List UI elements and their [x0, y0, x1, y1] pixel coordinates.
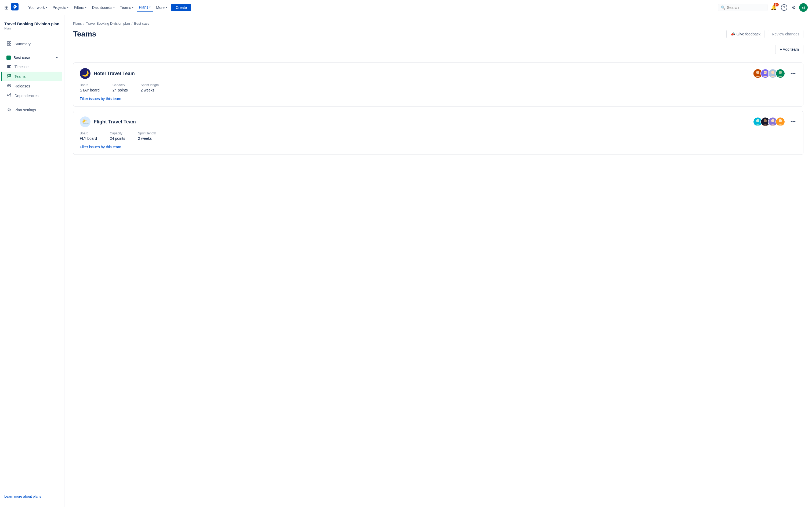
svg-point-10	[9, 85, 10, 86]
nav-dashboards-chevron: ▾	[113, 6, 115, 9]
hotel-board-group: Board STAY board	[80, 83, 100, 92]
dependencies-icon	[6, 93, 12, 99]
breadcrumb: Plans / Travel Booking Division plan / B…	[73, 21, 803, 25]
nav-teams[interactable]: Teams ▾	[118, 4, 136, 11]
search-input[interactable]	[727, 5, 764, 10]
nav-more[interactable]: More ▾	[154, 4, 169, 11]
nav-more-label: More	[156, 5, 165, 10]
svg-rect-7	[7, 67, 10, 68]
breadcrumb-sep-2: /	[132, 21, 133, 25]
flight-board-value: FLY board	[80, 136, 97, 140]
svg-point-19	[771, 71, 774, 74]
hotel-title-group: 🌙 Hotel Travel Team	[80, 68, 135, 79]
hotel-team-icon: 🌙	[80, 68, 91, 79]
svg-rect-4	[9, 44, 11, 45]
nav-plans[interactable]: Plans ▾	[137, 3, 153, 11]
sidebar-item-timeline[interactable]: Timeline	[2, 62, 62, 72]
brand-icon[interactable]	[11, 3, 18, 12]
nav-dashboards[interactable]: Dashboards ▾	[90, 4, 117, 11]
gear-icon: ⚙	[792, 5, 796, 10]
add-team-label: + Add team	[780, 47, 799, 52]
page-header: Teams 📣 Give feedback Review changes	[73, 30, 803, 38]
sidebar-item-summary[interactable]: Summary	[2, 39, 62, 49]
flight-filter-link[interactable]: Filter issues by this team	[80, 145, 121, 149]
sidebar-header: Travel Booking Division plan Plan	[0, 19, 64, 35]
sidebar-plan-title: Travel Booking Division plan	[4, 21, 60, 26]
hotel-capacity-value: 24 points	[112, 88, 128, 92]
flight-sprint-value: 2 weeks	[138, 136, 156, 140]
nav-your-work-chevron: ▾	[46, 6, 47, 9]
notification-badge: 9+	[774, 3, 779, 6]
nav-teams-label: Teams	[120, 5, 131, 10]
hotel-board-label: Board	[80, 83, 100, 87]
hotel-filter-link[interactable]: Filter issues by this team	[80, 97, 121, 101]
flight-capacity-value: 24 points	[110, 136, 125, 140]
hotel-sprint-value: 2 weeks	[141, 88, 159, 92]
nav-teams-chevron: ▾	[132, 6, 134, 9]
timeline-icon	[6, 64, 12, 69]
nav-filters[interactable]: Filters ▾	[72, 4, 89, 11]
hotel-more-button[interactable]: •••	[790, 70, 797, 77]
best-case-chevron: ▾	[56, 56, 58, 60]
learn-more-link[interactable]: Learn more about plans	[4, 494, 41, 498]
notifications-button[interactable]: 🔔 9+	[770, 3, 778, 11]
sidebar-item-timeline-label: Timeline	[14, 65, 29, 69]
svg-point-13	[10, 96, 11, 97]
flight-capacity-group: Capacity 24 points	[110, 131, 125, 140]
topnav-right: 🔍 🔔 9+ ? ⚙ cj	[718, 3, 808, 12]
svg-rect-5	[7, 65, 11, 66]
flight-details: Board FLY board Capacity 24 points Sprin…	[80, 131, 156, 140]
teams-list: 🌙 Hotel Travel Team	[73, 62, 803, 155]
give-feedback-label: Give feedback	[737, 32, 761, 36]
svg-rect-1	[7, 42, 9, 43]
breadcrumb-plan-name[interactable]: Travel Booking Division plan	[86, 21, 130, 25]
give-feedback-button[interactable]: 📣 Give feedback	[726, 30, 765, 38]
nav-filters-label: Filters	[74, 5, 84, 10]
add-team-button[interactable]: + Add team	[775, 45, 803, 54]
flight-board-label: Board	[80, 131, 97, 135]
search-box[interactable]: 🔍	[718, 4, 767, 11]
sidebar-item-plan-settings[interactable]: ⚙ Plan settings	[2, 105, 62, 115]
sidebar-best-case-label: Best case	[13, 56, 30, 60]
flight-sprint-group: Sprint length 2 weeks	[138, 131, 156, 140]
sidebar-divider-2	[0, 51, 64, 51]
best-case-left: Best case	[6, 56, 30, 60]
flight-avatar-4	[775, 117, 785, 127]
hotel-capacity-label: Capacity	[112, 83, 128, 87]
flight-team-name: Flight Travel Team	[94, 119, 136, 125]
help-icon: ?	[781, 4, 787, 11]
svg-rect-6	[7, 66, 10, 67]
svg-point-27	[771, 119, 774, 122]
main-content: Plans / Travel Booking Division plan / B…	[64, 15, 812, 507]
sidebar-bottom: Learn more about plans	[0, 490, 64, 503]
hotel-capacity-group: Capacity 24 points	[112, 83, 128, 92]
settings-button[interactable]: ⚙	[791, 3, 797, 11]
sidebar-section-best-case[interactable]: Best case ▾	[2, 53, 62, 62]
topnav: ⊞ Your work ▾ Projects ▾ Filters ▾ Dashb…	[0, 0, 812, 15]
sidebar-item-releases[interactable]: Releases	[2, 81, 62, 91]
svg-rect-3	[7, 44, 9, 45]
sidebar-item-teams[interactable]: Teams	[1, 72, 62, 81]
nav-your-work[interactable]: Your work ▾	[26, 4, 49, 11]
nav-projects-label: Projects	[53, 5, 66, 10]
create-button[interactable]: Create	[171, 4, 191, 11]
nav-dashboards-label: Dashboards	[92, 5, 112, 10]
user-avatar[interactable]: cj	[799, 3, 808, 12]
svg-point-25	[764, 119, 767, 122]
hotel-avatar-4	[775, 69, 785, 78]
svg-point-12	[10, 94, 11, 95]
svg-rect-2	[9, 42, 11, 43]
team-card-hotel: 🌙 Hotel Travel Team	[73, 62, 803, 107]
main-layout: Travel Booking Division plan Plan Summar…	[0, 15, 812, 507]
nav-projects[interactable]: Projects ▾	[50, 4, 71, 11]
help-button[interactable]: ?	[780, 3, 789, 12]
teams-icon	[6, 74, 12, 79]
nav-plans-chevron: ▾	[149, 6, 151, 9]
flight-team-avatars	[753, 117, 785, 127]
flight-more-button[interactable]: •••	[790, 118, 797, 126]
review-changes-button[interactable]: Review changes	[768, 30, 803, 38]
grid-icon[interactable]: ⊞	[4, 4, 9, 11]
breadcrumb-plans[interactable]: Plans	[73, 21, 82, 25]
sidebar-item-dependencies[interactable]: Dependencies	[2, 91, 62, 101]
hotel-team-avatars	[753, 69, 785, 78]
